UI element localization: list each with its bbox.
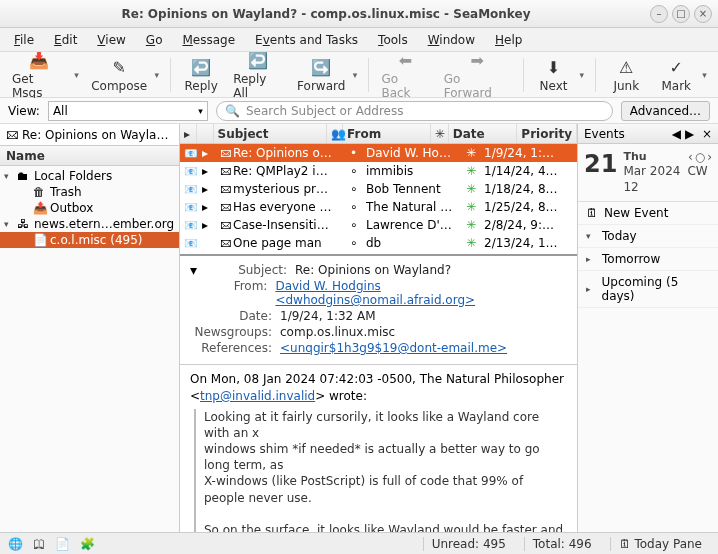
- menu-events[interactable]: Events and Tasks: [247, 31, 366, 49]
- cert-icon[interactable]: 📄: [55, 537, 70, 551]
- preview-from-link[interactable]: David W. Hodgins <dwhodgins@nomail.afrai…: [275, 279, 475, 307]
- menu-help[interactable]: Help: [487, 31, 530, 49]
- forward-nav-icon: ➡: [466, 50, 488, 72]
- message-row[interactable]: 📧🖂One page man∘db✳2/13/24, 1…: [180, 234, 577, 252]
- collapse-icon[interactable]: ▾: [190, 262, 197, 278]
- go-back-button[interactable]: ⬅Go Back: [375, 48, 435, 102]
- message-row[interactable]: 📧▸🖂Case-Insensiti…∘Lawrence D'…✳2/8/24, …: [180, 216, 577, 234]
- dropdown-icon[interactable]: ▾: [353, 70, 363, 80]
- read-dot-icon[interactable]: ∘: [350, 200, 358, 214]
- twisty-icon[interactable]: ▾: [586, 231, 596, 241]
- activity-icon[interactable]: 🕮: [33, 537, 45, 551]
- status-bar: 🌐 🕮 📄 🧩 Unread: 495 Total: 496 🗓 Today P…: [0, 532, 718, 554]
- folder-row[interactable]: 📄c.o.l.misc (495): [0, 232, 179, 248]
- folder-column-header[interactable]: Name: [0, 146, 179, 166]
- get-msgs-button[interactable]: 📥Get Msgs: [6, 48, 72, 102]
- read-dot-icon[interactable]: ∘: [350, 164, 358, 178]
- folder-row[interactable]: ▾🖿Local Folders: [0, 168, 179, 184]
- folder-row[interactable]: 📤Outbox: [0, 200, 179, 216]
- thread-col-read[interactable]: 👥: [327, 124, 343, 143]
- read-dot-icon[interactable]: ∘: [350, 236, 358, 250]
- folder-row[interactable]: ▾🖧news.etern…ember.org: [0, 216, 179, 232]
- thread-col-subject[interactable]: Subject: [214, 124, 328, 143]
- preview-references-link[interactable]: <unqgir$1h3g9$19@dont-email.me>: [280, 341, 507, 355]
- close-pane-icon[interactable]: ×: [702, 127, 712, 141]
- next-button[interactable]: ⬇Next: [530, 55, 578, 95]
- date-today-icon[interactable]: ○: [695, 150, 705, 164]
- message-row[interactable]: 📧▸🖂Re: Opinions o…•David W. Ho…✳1/9/24, …: [180, 144, 577, 162]
- read-dot-icon[interactable]: ∘: [350, 218, 358, 232]
- envelope-icon: 📧: [184, 219, 198, 232]
- junk-status-icon[interactable]: ✳: [466, 218, 476, 232]
- event-section[interactable]: ▸Upcoming (5 days): [578, 271, 718, 308]
- message-body[interactable]: On Mon, 08 Jan 2024 07:42:03 -0500, The …: [180, 365, 577, 532]
- junk-status-icon[interactable]: ✳: [466, 164, 476, 178]
- twisty-icon[interactable]: ▾: [4, 219, 14, 229]
- date-prev-icon[interactable]: ‹: [688, 150, 693, 164]
- dropdown-icon[interactable]: ▾: [74, 70, 84, 80]
- junk-button[interactable]: ⚠Junk: [602, 55, 650, 95]
- event-section[interactable]: ▾Today: [578, 225, 718, 248]
- menu-view[interactable]: View: [89, 31, 133, 49]
- message-row[interactable]: 📧▸🖂Re: QMPlay2 i…∘immibis✳1/14/24, 4…: [180, 162, 577, 180]
- envelope-icon: 🖂: [220, 237, 231, 250]
- view-select[interactable]: All▾: [48, 101, 208, 121]
- today-pane-toggle[interactable]: 🗓 Today Pane: [610, 537, 710, 551]
- reply-all-button[interactable]: ↩️Reply All: [227, 48, 290, 102]
- thread-col-junk[interactable]: ✳: [431, 124, 449, 143]
- twisty-icon[interactable]: ▸: [586, 254, 596, 264]
- menu-file[interactable]: File: [6, 31, 42, 49]
- online-icon[interactable]: 🌐: [8, 537, 23, 551]
- thread-twisty-icon[interactable]: ▸: [202, 200, 208, 214]
- dropdown-icon[interactable]: ▾: [154, 70, 164, 80]
- thread-col-priority[interactable]: Priority: [517, 124, 577, 143]
- junk-status-icon[interactable]: ✳: [466, 182, 476, 196]
- thread-twisty-icon[interactable]: ▸: [202, 146, 208, 160]
- menu-tools[interactable]: Tools: [370, 31, 416, 49]
- message-row[interactable]: 📧▸🖂mysterious pr…∘Bob Tennent✳1/18/24, 8…: [180, 180, 577, 198]
- maximize-button[interactable]: □: [672, 5, 690, 23]
- date-next-icon[interactable]: ›: [707, 150, 712, 164]
- next-icon[interactable]: ▶: [685, 127, 694, 141]
- event-section[interactable]: ▸Tomorrow: [578, 248, 718, 271]
- menu-edit[interactable]: Edit: [46, 31, 85, 49]
- thread-col-toggle[interactable]: ▸: [180, 124, 197, 143]
- compose-button[interactable]: ✎Compose: [86, 55, 153, 95]
- twisty-icon[interactable]: ▸: [586, 284, 596, 294]
- thread-twisty-icon[interactable]: ▸: [202, 218, 208, 232]
- menu-message[interactable]: Message: [174, 31, 243, 49]
- junk-status-icon[interactable]: ✳: [466, 146, 476, 160]
- read-dot-icon[interactable]: ∘: [350, 182, 358, 196]
- tab-current[interactable]: 🖂 Re: Opinions on Wayland? - co…: [0, 124, 180, 145]
- thread-col-from[interactable]: From: [343, 124, 431, 143]
- folder-label: news.etern…ember.org: [34, 217, 174, 231]
- new-event-button[interactable]: 🗓 New Event: [578, 202, 718, 225]
- msg-subject: Re: QMPlay2 i…: [233, 164, 328, 178]
- menu-go[interactable]: Go: [138, 31, 171, 49]
- twisty-icon[interactable]: ▾: [4, 171, 14, 181]
- reply-button[interactable]: ↩️Reply: [177, 55, 225, 95]
- go-forward-button[interactable]: ➡Go Forward: [438, 48, 517, 102]
- thread-col-icon[interactable]: [197, 124, 214, 143]
- addon-icon[interactable]: 🧩: [80, 537, 95, 551]
- close-button[interactable]: ×: [694, 5, 712, 23]
- mark-button[interactable]: ✓Mark: [652, 55, 700, 95]
- search-input[interactable]: 🔍 Search Subject or Address: [216, 101, 613, 121]
- thread-col-date[interactable]: Date: [449, 124, 518, 143]
- main-toolbar: 📥Get Msgs ▾ ✎Compose ▾ ↩️Reply ↩️Reply A…: [0, 52, 718, 98]
- menu-window[interactable]: Window: [420, 31, 483, 49]
- read-dot-icon[interactable]: •: [350, 146, 357, 160]
- folder-row[interactable]: 🗑Trash: [0, 184, 179, 200]
- minimize-button[interactable]: –: [650, 5, 668, 23]
- quoted-email-link[interactable]: tnp@invalid.invalid: [200, 389, 315, 403]
- junk-status-icon[interactable]: ✳: [466, 200, 476, 214]
- prev-icon[interactable]: ◀: [672, 127, 681, 141]
- advanced-button[interactable]: Advanced…: [621, 101, 710, 121]
- message-row[interactable]: 📧▸🖂Has everyone …∘The Natural …✳1/25/24,…: [180, 198, 577, 216]
- thread-twisty-icon[interactable]: ▸: [202, 182, 208, 196]
- dropdown-icon[interactable]: ▾: [580, 70, 590, 80]
- dropdown-icon[interactable]: ▾: [702, 70, 712, 80]
- thread-twisty-icon[interactable]: ▸: [202, 164, 208, 178]
- forward-button[interactable]: ↪️Forward: [292, 55, 351, 95]
- junk-status-icon[interactable]: ✳: [466, 236, 476, 250]
